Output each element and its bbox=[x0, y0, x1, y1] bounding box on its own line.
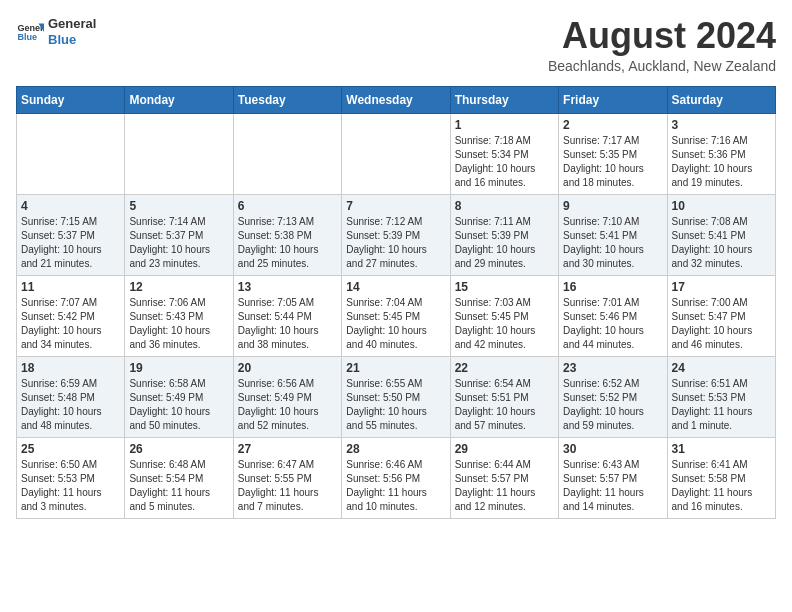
month-year-title: August 2024 bbox=[548, 16, 776, 56]
calendar-table: SundayMondayTuesdayWednesdayThursdayFrid… bbox=[16, 86, 776, 519]
day-info: Sunrise: 7:16 AM Sunset: 5:36 PM Dayligh… bbox=[672, 134, 771, 190]
day-info: Sunrise: 7:12 AM Sunset: 5:39 PM Dayligh… bbox=[346, 215, 445, 271]
day-number: 9 bbox=[563, 199, 662, 213]
day-number: 14 bbox=[346, 280, 445, 294]
calendar-cell: 15Sunrise: 7:03 AM Sunset: 5:45 PM Dayli… bbox=[450, 275, 558, 356]
day-info: Sunrise: 6:44 AM Sunset: 5:57 PM Dayligh… bbox=[455, 458, 554, 514]
day-number: 6 bbox=[238, 199, 337, 213]
calendar-cell: 28Sunrise: 6:46 AM Sunset: 5:56 PM Dayli… bbox=[342, 437, 450, 518]
calendar-cell: 31Sunrise: 6:41 AM Sunset: 5:58 PM Dayli… bbox=[667, 437, 775, 518]
day-info: Sunrise: 7:00 AM Sunset: 5:47 PM Dayligh… bbox=[672, 296, 771, 352]
day-info: Sunrise: 7:05 AM Sunset: 5:44 PM Dayligh… bbox=[238, 296, 337, 352]
logo: General Blue General Blue bbox=[16, 16, 96, 47]
day-number: 30 bbox=[563, 442, 662, 456]
day-number: 8 bbox=[455, 199, 554, 213]
calendar-cell: 22Sunrise: 6:54 AM Sunset: 5:51 PM Dayli… bbox=[450, 356, 558, 437]
day-info: Sunrise: 7:01 AM Sunset: 5:46 PM Dayligh… bbox=[563, 296, 662, 352]
weekday-header-thursday: Thursday bbox=[450, 86, 558, 113]
title-section: August 2024 Beachlands, Auckland, New Ze… bbox=[548, 16, 776, 74]
calendar-cell bbox=[17, 113, 125, 194]
day-info: Sunrise: 6:56 AM Sunset: 5:49 PM Dayligh… bbox=[238, 377, 337, 433]
day-number: 13 bbox=[238, 280, 337, 294]
day-info: Sunrise: 6:46 AM Sunset: 5:56 PM Dayligh… bbox=[346, 458, 445, 514]
day-number: 17 bbox=[672, 280, 771, 294]
day-number: 27 bbox=[238, 442, 337, 456]
day-info: Sunrise: 7:08 AM Sunset: 5:41 PM Dayligh… bbox=[672, 215, 771, 271]
calendar-cell: 2Sunrise: 7:17 AM Sunset: 5:35 PM Daylig… bbox=[559, 113, 667, 194]
page-header: General Blue General Blue August 2024 Be… bbox=[16, 16, 776, 74]
calendar-cell: 27Sunrise: 6:47 AM Sunset: 5:55 PM Dayli… bbox=[233, 437, 341, 518]
day-info: Sunrise: 7:10 AM Sunset: 5:41 PM Dayligh… bbox=[563, 215, 662, 271]
calendar-cell: 29Sunrise: 6:44 AM Sunset: 5:57 PM Dayli… bbox=[450, 437, 558, 518]
day-info: Sunrise: 6:55 AM Sunset: 5:50 PM Dayligh… bbox=[346, 377, 445, 433]
day-info: Sunrise: 6:51 AM Sunset: 5:53 PM Dayligh… bbox=[672, 377, 771, 433]
calendar-cell: 1Sunrise: 7:18 AM Sunset: 5:34 PM Daylig… bbox=[450, 113, 558, 194]
calendar-cell: 20Sunrise: 6:56 AM Sunset: 5:49 PM Dayli… bbox=[233, 356, 341, 437]
day-number: 31 bbox=[672, 442, 771, 456]
day-info: Sunrise: 7:13 AM Sunset: 5:38 PM Dayligh… bbox=[238, 215, 337, 271]
day-number: 22 bbox=[455, 361, 554, 375]
day-number: 29 bbox=[455, 442, 554, 456]
day-number: 12 bbox=[129, 280, 228, 294]
calendar-cell: 16Sunrise: 7:01 AM Sunset: 5:46 PM Dayli… bbox=[559, 275, 667, 356]
calendar-cell: 11Sunrise: 7:07 AM Sunset: 5:42 PM Dayli… bbox=[17, 275, 125, 356]
weekday-header-friday: Friday bbox=[559, 86, 667, 113]
weekday-header-wednesday: Wednesday bbox=[342, 86, 450, 113]
calendar-cell bbox=[342, 113, 450, 194]
location-subtitle: Beachlands, Auckland, New Zealand bbox=[548, 58, 776, 74]
day-info: Sunrise: 6:48 AM Sunset: 5:54 PM Dayligh… bbox=[129, 458, 228, 514]
calendar-cell bbox=[233, 113, 341, 194]
day-info: Sunrise: 6:41 AM Sunset: 5:58 PM Dayligh… bbox=[672, 458, 771, 514]
day-number: 7 bbox=[346, 199, 445, 213]
calendar-cell: 23Sunrise: 6:52 AM Sunset: 5:52 PM Dayli… bbox=[559, 356, 667, 437]
logo-blue-text: Blue bbox=[48, 32, 96, 48]
weekday-header-monday: Monday bbox=[125, 86, 233, 113]
calendar-cell: 14Sunrise: 7:04 AM Sunset: 5:45 PM Dayli… bbox=[342, 275, 450, 356]
day-info: Sunrise: 6:43 AM Sunset: 5:57 PM Dayligh… bbox=[563, 458, 662, 514]
calendar-cell: 24Sunrise: 6:51 AM Sunset: 5:53 PM Dayli… bbox=[667, 356, 775, 437]
day-info: Sunrise: 7:07 AM Sunset: 5:42 PM Dayligh… bbox=[21, 296, 120, 352]
day-number: 19 bbox=[129, 361, 228, 375]
calendar-cell bbox=[125, 113, 233, 194]
calendar-cell: 18Sunrise: 6:59 AM Sunset: 5:48 PM Dayli… bbox=[17, 356, 125, 437]
logo-icon: General Blue bbox=[16, 18, 44, 46]
day-info: Sunrise: 7:17 AM Sunset: 5:35 PM Dayligh… bbox=[563, 134, 662, 190]
day-info: Sunrise: 7:15 AM Sunset: 5:37 PM Dayligh… bbox=[21, 215, 120, 271]
weekday-header-saturday: Saturday bbox=[667, 86, 775, 113]
calendar-cell: 25Sunrise: 6:50 AM Sunset: 5:53 PM Dayli… bbox=[17, 437, 125, 518]
day-info: Sunrise: 6:50 AM Sunset: 5:53 PM Dayligh… bbox=[21, 458, 120, 514]
calendar-cell: 9Sunrise: 7:10 AM Sunset: 5:41 PM Daylig… bbox=[559, 194, 667, 275]
svg-text:Blue: Blue bbox=[17, 32, 37, 42]
day-info: Sunrise: 7:04 AM Sunset: 5:45 PM Dayligh… bbox=[346, 296, 445, 352]
calendar-cell: 30Sunrise: 6:43 AM Sunset: 5:57 PM Dayli… bbox=[559, 437, 667, 518]
day-number: 25 bbox=[21, 442, 120, 456]
day-info: Sunrise: 6:52 AM Sunset: 5:52 PM Dayligh… bbox=[563, 377, 662, 433]
calendar-cell: 6Sunrise: 7:13 AM Sunset: 5:38 PM Daylig… bbox=[233, 194, 341, 275]
calendar-cell: 17Sunrise: 7:00 AM Sunset: 5:47 PM Dayli… bbox=[667, 275, 775, 356]
day-number: 24 bbox=[672, 361, 771, 375]
day-number: 28 bbox=[346, 442, 445, 456]
calendar-cell: 4Sunrise: 7:15 AM Sunset: 5:37 PM Daylig… bbox=[17, 194, 125, 275]
day-info: Sunrise: 7:11 AM Sunset: 5:39 PM Dayligh… bbox=[455, 215, 554, 271]
day-number: 20 bbox=[238, 361, 337, 375]
calendar-cell: 19Sunrise: 6:58 AM Sunset: 5:49 PM Dayli… bbox=[125, 356, 233, 437]
day-info: Sunrise: 7:14 AM Sunset: 5:37 PM Dayligh… bbox=[129, 215, 228, 271]
weekday-header-sunday: Sunday bbox=[17, 86, 125, 113]
day-number: 11 bbox=[21, 280, 120, 294]
day-info: Sunrise: 6:59 AM Sunset: 5:48 PM Dayligh… bbox=[21, 377, 120, 433]
calendar-cell: 13Sunrise: 7:05 AM Sunset: 5:44 PM Dayli… bbox=[233, 275, 341, 356]
logo-general-text: General bbox=[48, 16, 96, 32]
day-info: Sunrise: 7:06 AM Sunset: 5:43 PM Dayligh… bbox=[129, 296, 228, 352]
weekday-header-tuesday: Tuesday bbox=[233, 86, 341, 113]
day-info: Sunrise: 6:58 AM Sunset: 5:49 PM Dayligh… bbox=[129, 377, 228, 433]
day-number: 10 bbox=[672, 199, 771, 213]
calendar-cell: 10Sunrise: 7:08 AM Sunset: 5:41 PM Dayli… bbox=[667, 194, 775, 275]
day-number: 21 bbox=[346, 361, 445, 375]
day-number: 26 bbox=[129, 442, 228, 456]
day-number: 4 bbox=[21, 199, 120, 213]
calendar-cell: 8Sunrise: 7:11 AM Sunset: 5:39 PM Daylig… bbox=[450, 194, 558, 275]
day-info: Sunrise: 6:54 AM Sunset: 5:51 PM Dayligh… bbox=[455, 377, 554, 433]
day-number: 23 bbox=[563, 361, 662, 375]
day-number: 18 bbox=[21, 361, 120, 375]
day-number: 1 bbox=[455, 118, 554, 132]
